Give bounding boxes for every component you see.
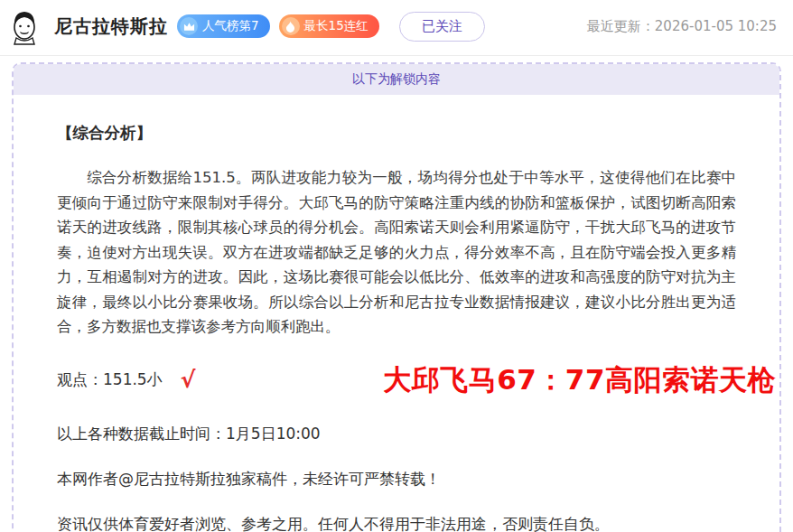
crown-icon (180, 17, 198, 35)
flame-icon (282, 17, 300, 35)
viewpoint-label: 观点：151.5小 (57, 369, 163, 390)
followed-button[interactable]: 已关注 (399, 12, 485, 42)
unlocked-content-panel: 以下为解锁内容 【综合分析】 综合分析数据给151.5。两队进攻能力较为一般，场… (12, 62, 781, 532)
streak-badge[interactable]: 最长15连红 (279, 14, 379, 38)
author-name: 尼古拉特斯拉 (54, 14, 168, 39)
score-prediction: 大邱飞马67：77高阳索诺天枪 (383, 361, 776, 399)
copyright-notice: 本网作者@尼古拉特斯拉独家稿件，未经许可严禁转载！ (57, 469, 736, 490)
analysis-paragraph: 综合分析数据给151.5。两队进攻能力较为一般，场均得分也处于中等水平，这使得他… (57, 165, 736, 340)
popularity-badge[interactable]: 人气榜第7 (177, 14, 270, 38)
author-avatar[interactable] (7, 7, 42, 45)
popularity-badge-label: 人气榜第7 (202, 18, 259, 34)
last-update-time: 最近更新：2026-01-05 10:25 (587, 18, 782, 35)
author-header: 尼古拉特斯拉 人气榜第7 最长15连红 已关注 最近更新：2026-01-05 … (0, 0, 793, 56)
tesla-portrait-sketch-icon (7, 7, 42, 45)
analysis-content: 【综合分析】 综合分析数据给151.5。两队进攻能力较为一般，场均得分也处于中等… (14, 95, 779, 532)
section-heading: 【综合分析】 (57, 122, 736, 144)
data-deadline: 以上各种数据截止时间：1月5日10:00 (57, 424, 736, 444)
red-checkmark: √ (181, 369, 196, 391)
viewpoint-row: 观点：151.5小 √ 大邱飞马67：77高阳索诺天枪 (57, 361, 776, 399)
disclaimer-notice: 资讯仅供体育爱好者浏览、参考之用。任何人不得用于非法用途，否则责任自负。 (57, 514, 736, 532)
streak-badge-label: 最长15连红 (304, 18, 369, 34)
unlocked-banner: 以下为解锁内容 (14, 64, 779, 95)
